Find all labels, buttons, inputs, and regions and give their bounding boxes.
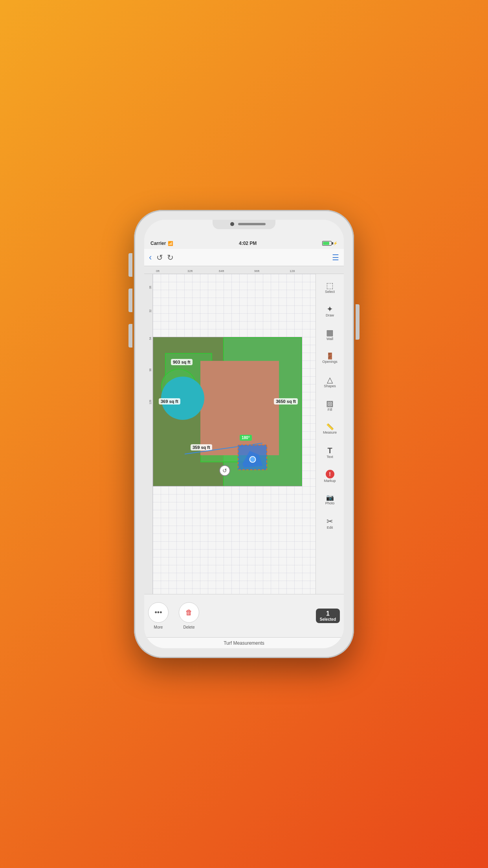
ruler-left-mark-4: 96 <box>149 368 152 371</box>
ruler-left-mark: 0ft <box>149 286 152 289</box>
wifi-icon: 📶 <box>168 241 173 246</box>
measure-label-tool: Measure <box>323 431 337 435</box>
fill-icon: ▨ <box>326 399 334 407</box>
selected-count: 1 <box>320 610 336 617</box>
speaker-bar <box>238 223 266 225</box>
ruler-mark-1: 32ft <box>187 269 193 273</box>
ruler-mark-3: 96ft <box>254 269 259 273</box>
ruler-left-mark-2: 32 <box>149 309 152 313</box>
app-title: Turf Measurements <box>224 640 264 646</box>
tool-select[interactable]: ⬚ Select <box>318 276 342 299</box>
battery-fill <box>323 242 329 245</box>
tool-shapes[interactable]: △ Shapes <box>318 371 342 394</box>
select-label: Select <box>325 290 335 294</box>
measure-icon: 📏 <box>326 424 334 430</box>
text-label: Text <box>327 455 333 459</box>
ruler-top: 0ft 32ft 64ft 96ft 128 <box>144 266 344 274</box>
delete-label: Delete <box>183 625 195 629</box>
selected-shape <box>238 445 267 470</box>
selected-label-text: Selected <box>320 617 336 622</box>
toolbar: ‹ ↺ ↻ ☰ <box>144 249 344 266</box>
more-label: More <box>154 625 163 629</box>
measurement-label-4: 359 sq ft <box>191 444 212 451</box>
tool-markup[interactable]: ! Markup <box>318 465 342 488</box>
camera-dot <box>230 222 234 226</box>
house-footprint <box>200 361 279 455</box>
openings-label: Openings <box>322 360 338 364</box>
rotate-handle[interactable]: ↺ <box>219 465 230 476</box>
tool-openings[interactable]: 🚪 Openings <box>318 347 342 370</box>
edit-icon: ✂ <box>327 517 333 525</box>
select-icon: ⬚ <box>326 281 334 289</box>
shapes-label: Shapes <box>324 384 336 388</box>
bottom-bar: ••• More 🗑 Delete 1 Selected <box>144 594 344 637</box>
markup-label: Markup <box>324 479 336 483</box>
status-bar: Carrier 📶 4:02 PM ⚡ <box>144 238 344 249</box>
time-display: 4:02 PM <box>239 241 257 246</box>
status-right: ⚡ <box>322 241 338 246</box>
more-column: ••• More <box>148 602 169 629</box>
tool-photo[interactable]: 📷 Photo <box>318 489 342 511</box>
phone-top-notch <box>144 220 344 238</box>
bolt-icon: ⚡ <box>333 241 338 245</box>
ruler-left-mark-5: 128 <box>149 400 152 405</box>
tool-wall[interactable]: ▦ Wall <box>318 324 342 346</box>
more-button[interactable]: ••• <box>148 602 169 623</box>
status-left: Carrier 📶 <box>150 241 173 246</box>
edit-label: Edit <box>327 526 333 530</box>
battery-icon <box>322 241 332 246</box>
carrier-label: Carrier <box>150 241 166 246</box>
tool-text[interactable]: T Text <box>318 441 342 464</box>
wall-icon: ▦ <box>326 329 334 337</box>
redo-button[interactable]: ↻ <box>167 253 174 262</box>
delete-button[interactable]: 🗑 <box>179 602 199 623</box>
openings-icon: 🚪 <box>326 353 334 359</box>
app-title-bar: Turf Measurements <box>144 637 344 648</box>
selected-badge: 1 Selected <box>316 609 340 623</box>
angle-badge: 180° <box>240 435 252 441</box>
tool-edit[interactable]: ✂ Edit <box>318 512 342 535</box>
photo-label: Photo <box>325 502 335 506</box>
draw-icon: ✦ <box>327 305 333 313</box>
ruler-mark-2: 64ft <box>219 269 224 273</box>
measurement-label-2: 369 sq ft <box>159 398 180 405</box>
menu-button[interactable]: ☰ <box>332 253 339 262</box>
measurement-label-1: 903 sq ft <box>171 359 193 365</box>
trash-icon: 🗑 <box>185 609 193 617</box>
delete-column: 🗑 Delete <box>179 602 199 629</box>
ruler-left: 0ft 32 64 96 128 <box>144 274 153 594</box>
shapes-icon: △ <box>327 376 333 384</box>
fill-label: Fill <box>328 408 332 412</box>
svg-point-0 <box>250 456 255 462</box>
tool-draw[interactable]: ✦ Draw <box>318 300 342 323</box>
tool-fill[interactable]: ▨ Fill <box>318 394 342 417</box>
back-button[interactable]: ‹ <box>149 252 152 263</box>
ruler-mark-4: 128 <box>290 269 295 273</box>
photo-icon: 📷 <box>326 495 334 501</box>
wall-label: Wall <box>327 337 333 341</box>
canvas-area[interactable]: 903 sq ft 369 sq ft 3650 sq ft 359 sq ft… <box>153 274 316 594</box>
ruler-left-mark-3: 64 <box>149 337 152 340</box>
text-icon: T <box>327 447 332 454</box>
draw-label: Draw <box>326 314 334 318</box>
tool-measure[interactable]: 📏 Measure <box>318 418 342 441</box>
aerial-photo: 903 sq ft 369 sq ft 3650 sq ft 359 sq ft… <box>153 337 302 486</box>
right-sidebar: ⬚ Select ✦ Draw ▦ Wall 🚪 Openings △ <box>316 274 344 594</box>
ruler-mark-0: 0ft <box>156 269 160 273</box>
undo-button[interactable]: ↺ <box>156 253 163 262</box>
phone-screen: Carrier 📶 4:02 PM ⚡ ‹ ↺ ↻ ☰ 0ft 32ft 64f… <box>144 220 344 648</box>
phone-frame: Carrier 📶 4:02 PM ⚡ ‹ ↺ ↻ ☰ 0ft 32ft 64f… <box>134 210 354 658</box>
main-content: 0ft 32 64 96 128 <box>144 274 344 594</box>
measurement-label-3: 3650 sq ft <box>274 398 298 405</box>
markup-icon: ! <box>326 470 334 478</box>
selected-shape-icon <box>238 445 266 469</box>
